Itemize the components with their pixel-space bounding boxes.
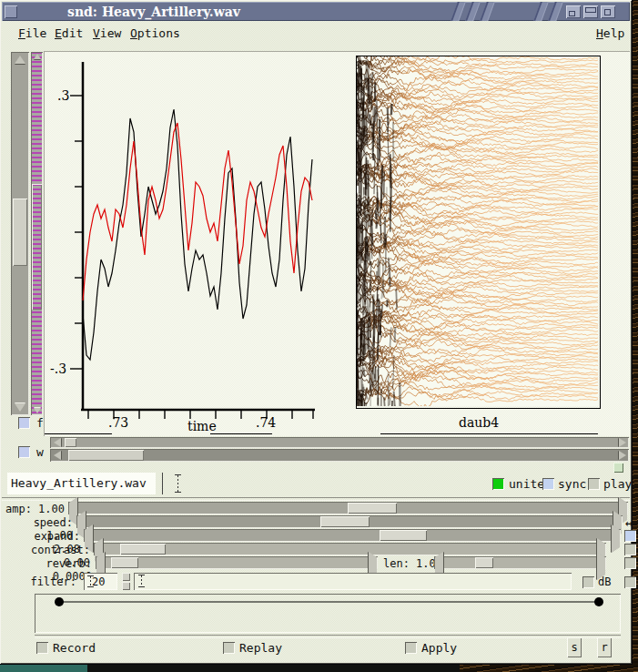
pane-resize-icon[interactable]: ↔ bbox=[625, 515, 633, 530]
contrast-slider[interactable] bbox=[94, 543, 606, 555]
titlebar-decoration bbox=[465, 2, 481, 21]
filter-envelope-editor[interactable] bbox=[35, 594, 621, 633]
filter-row: filter: 20 dB bbox=[0, 572, 632, 592]
x-zoom-scrollbar[interactable] bbox=[50, 437, 629, 448]
reverb-slider[interactable] bbox=[96, 556, 378, 569]
titlebar[interactable]: snd: Heavy_Artillery.wav bbox=[2, 2, 630, 21]
save-options-button[interactable]: s bbox=[567, 637, 582, 657]
filter-order-up-button[interactable] bbox=[122, 573, 130, 581]
filter-order-field[interactable]: 20 bbox=[84, 573, 117, 590]
titlebar-decoration bbox=[480, 2, 495, 21]
titlebar-decoration bbox=[533, 2, 549, 21]
close-icon bbox=[604, 9, 611, 15]
pane-bottom-line bbox=[380, 433, 598, 434]
sync-label: sync bbox=[558, 477, 586, 491]
filter-order-value: 20 bbox=[92, 575, 105, 588]
envelope-point[interactable] bbox=[594, 597, 603, 606]
record-checkbox[interactable] bbox=[36, 642, 48, 654]
waveform-plot bbox=[45, 52, 354, 436]
filter-checkbox[interactable] bbox=[624, 576, 636, 588]
revlen-slider[interactable] bbox=[434, 556, 606, 569]
scroll-down-small-icon[interactable] bbox=[31, 406, 43, 415]
apply-checkbox[interactable] bbox=[405, 642, 417, 654]
amp-slider[interactable] bbox=[68, 502, 628, 514]
filename-divider bbox=[162, 473, 163, 494]
db-label: dB bbox=[598, 575, 611, 588]
unite-label: unite bbox=[509, 477, 544, 491]
wavelet-box bbox=[356, 56, 601, 409]
expand-thumb[interactable] bbox=[380, 530, 427, 541]
x-axis-label: time bbox=[187, 419, 217, 433]
iconify-button[interactable] bbox=[566, 5, 581, 18]
pane-sash[interactable] bbox=[613, 463, 623, 473]
y-zoom-thumb[interactable] bbox=[13, 199, 27, 266]
menu-edit[interactable]: Edit bbox=[55, 26, 83, 40]
menu-file[interactable]: File bbox=[18, 26, 46, 40]
menu-bar: File Edit View Options Help bbox=[2, 21, 630, 46]
speed-slider[interactable] bbox=[76, 515, 623, 528]
expand-slider[interactable] bbox=[84, 529, 621, 542]
scroll-right-icon[interactable] bbox=[616, 449, 628, 462]
amp-label: amp: 1.00 bbox=[4, 503, 65, 515]
reverb-checkbox[interactable] bbox=[624, 557, 636, 569]
unite-checkbox[interactable] bbox=[492, 478, 504, 490]
maximize-icon bbox=[585, 7, 596, 13]
db-checkbox[interactable] bbox=[582, 576, 594, 588]
wave-toggle[interactable] bbox=[18, 446, 30, 458]
revlen-thumb[interactable] bbox=[475, 557, 493, 568]
y-axis-top-label: .3 bbox=[57, 88, 69, 103]
x-zoom-thumb[interactable] bbox=[65, 438, 76, 447]
contrast-checkbox[interactable] bbox=[624, 544, 636, 555]
replay-checkbox[interactable] bbox=[223, 642, 235, 654]
scroll-down-icon[interactable] bbox=[11, 401, 29, 414]
scroll-left-icon[interactable] bbox=[51, 437, 63, 448]
reverb-thumb[interactable] bbox=[111, 557, 138, 568]
close-button[interactable] bbox=[601, 5, 615, 18]
contrast-thumb[interactable] bbox=[120, 544, 166, 555]
wavelet-waterfall bbox=[357, 56, 598, 406]
y-position-thumb[interactable] bbox=[32, 184, 42, 310]
window-menu-button[interactable] bbox=[5, 5, 17, 18]
speed-thumb[interactable] bbox=[320, 516, 370, 527]
filter-order-down-button[interactable] bbox=[122, 582, 130, 590]
scroll-left-icon[interactable] bbox=[51, 449, 63, 462]
y-axis-bottom-label: -.3 bbox=[50, 361, 66, 376]
replay-label: Replay bbox=[239, 641, 282, 655]
y-position-scrollbar[interactable] bbox=[31, 52, 43, 415]
envelope-graph bbox=[35, 594, 621, 633]
desktop: snd: Heavy_Artillery.wav File Edit View … bbox=[0, 0, 638, 672]
filter-label: filter: bbox=[4, 575, 76, 588]
separator bbox=[2, 497, 630, 501]
revert-button[interactable]: r bbox=[597, 637, 612, 657]
iconify-icon bbox=[569, 11, 575, 16]
graph-panel[interactable]: .3 -.3 .73 .74 time daub4 bbox=[44, 51, 630, 436]
scroll-up-small-icon[interactable] bbox=[31, 52, 43, 61]
scroll-up-icon[interactable] bbox=[11, 53, 29, 66]
play-checkbox[interactable] bbox=[588, 478, 600, 490]
menu-options[interactable]: Options bbox=[130, 26, 180, 40]
pane-bottom-line bbox=[210, 433, 272, 434]
menu-help[interactable]: Help bbox=[596, 26, 624, 40]
text-cursor-icon bbox=[175, 474, 181, 493]
envelope-point[interactable] bbox=[55, 597, 64, 606]
y-zoom-scrollbar[interactable] bbox=[11, 52, 29, 415]
titlebar-decoration bbox=[451, 2, 466, 21]
maximize-button[interactable] bbox=[583, 5, 598, 18]
contrast-row: contrast: 0.00 bbox=[0, 543, 632, 556]
window-title: snd: Heavy_Artillery.wav bbox=[67, 5, 240, 19]
menu-view[interactable]: View bbox=[93, 26, 121, 40]
speed-row: speed: 1.00 ↔ bbox=[0, 515, 632, 529]
expand-checkbox[interactable] bbox=[624, 530, 636, 542]
record-label: Record bbox=[53, 641, 96, 655]
filter-envelope-field[interactable] bbox=[134, 573, 572, 590]
x-position-thumb[interactable] bbox=[68, 450, 144, 461]
desktop-wallpaper-bottom bbox=[460, 663, 638, 672]
x-position-scrollbar[interactable] bbox=[50, 449, 629, 462]
filename-label: Heavy_Artillery.wav bbox=[11, 476, 147, 490]
sync-checkbox[interactable] bbox=[542, 478, 554, 490]
scroll-right-icon[interactable] bbox=[616, 437, 628, 448]
text-cursor-icon bbox=[138, 575, 145, 587]
wave-toggle-label: w bbox=[36, 445, 44, 459]
fft-toggle[interactable] bbox=[18, 417, 30, 429]
amp-thumb[interactable] bbox=[348, 503, 397, 514]
